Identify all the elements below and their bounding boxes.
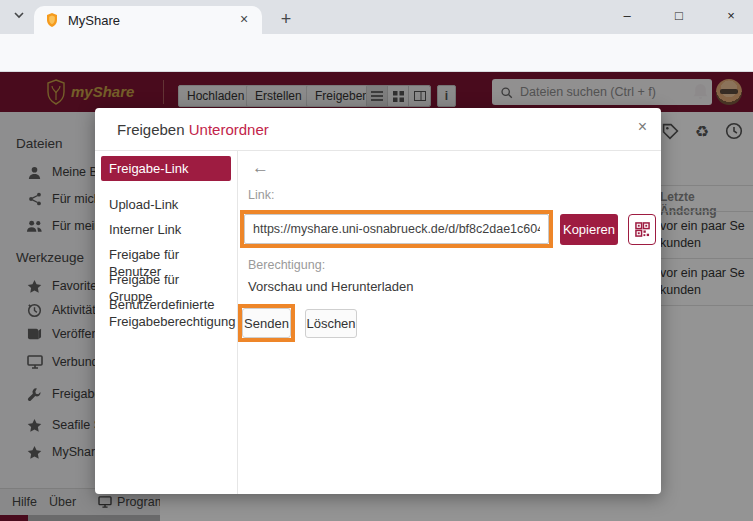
delete-button[interactable]: Löschen xyxy=(305,309,357,338)
myshare-favicon-icon xyxy=(44,12,60,28)
highlight-box-send: Senden xyxy=(238,304,295,342)
window-maximize-button[interactable]: □ xyxy=(667,4,691,28)
tab-search-chevron-icon[interactable] xyxy=(10,9,28,25)
tab-title: MyShare xyxy=(68,13,236,28)
new-tab-button[interactable]: + xyxy=(274,8,298,32)
permission-value: Vorschau und Herunterladen xyxy=(248,279,414,294)
link-label: Link: xyxy=(248,188,274,202)
dialog-back-icon[interactable]: ← xyxy=(252,158,269,178)
dialog-tab-upload-link[interactable]: Upload-Link xyxy=(101,192,231,217)
window-minimize-button[interactable]: – xyxy=(615,4,639,28)
dialog-tab-share-link[interactable]: Freigabe-Link xyxy=(101,156,231,181)
qr-code-button[interactable] xyxy=(628,214,656,245)
dialog-title: Freigeben Unterordner xyxy=(117,121,269,138)
copy-button[interactable]: Kopieren xyxy=(560,214,618,245)
screen: MyShare × + – □ × ← → myshare.uni-osnabr… xyxy=(0,0,753,521)
window-close-button[interactable]: × xyxy=(719,4,743,28)
share-dialog: × Freigeben Unterordner Freigabe-Link Up… xyxy=(95,108,661,494)
browser-tab[interactable]: MyShare × xyxy=(34,6,262,34)
dialog-close-icon[interactable]: × xyxy=(638,118,647,136)
divider xyxy=(95,150,661,151)
highlight-box-link xyxy=(240,210,553,248)
permission-label: Berechtigung: xyxy=(248,258,325,272)
tab-close-icon[interactable]: × xyxy=(236,12,252,28)
qr-code-icon xyxy=(635,222,650,237)
dialog-tab-custom-permission[interactable]: Benutzerdefinierte Freigabeberechtigung xyxy=(101,292,231,334)
window-controls: – □ × xyxy=(615,4,743,28)
browser-tabstrip: MyShare × + – □ × xyxy=(0,0,753,34)
share-link-input[interactable] xyxy=(244,214,549,244)
dialog-tab-internal-link[interactable]: Interner Link xyxy=(101,217,231,242)
send-button[interactable]: Senden xyxy=(242,308,291,338)
browser-toolbar: ← → myshare.uni-osnabrueck.de/library/43… xyxy=(0,34,753,72)
dialog-title-folder-name: Unterordner xyxy=(189,121,269,138)
